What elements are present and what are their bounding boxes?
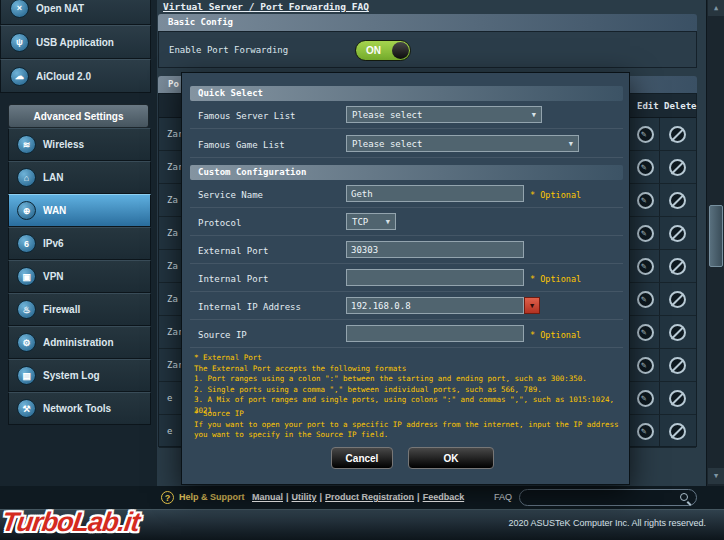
sidebar-item-administration[interactable]: ⚙ Administration xyxy=(8,326,151,359)
famous-game-label: Famous Game List xyxy=(198,140,285,150)
sidebar-item-system-log[interactable]: ▤ System Log xyxy=(8,359,151,392)
service-name-label: Service Name xyxy=(198,190,263,200)
edit-icon[interactable]: ✎ xyxy=(637,126,654,143)
famous-server-label: Famous Server List xyxy=(198,111,296,121)
sidebar-item-label: Wireless xyxy=(43,139,84,150)
edit-column-header: Edit xyxy=(637,101,659,111)
edit-icon[interactable]: ✎ xyxy=(637,225,654,242)
delete-icon[interactable] xyxy=(669,225,686,242)
basic-config-header: Basic Config xyxy=(158,14,697,31)
faq-search-input[interactable] xyxy=(519,489,697,506)
delete-icon[interactable] xyxy=(669,126,686,143)
delete-icon[interactable] xyxy=(669,324,686,341)
row-service-name: Za xyxy=(167,228,178,238)
external-port-label: External Port xyxy=(198,246,268,256)
edit-icon[interactable]: ✎ xyxy=(637,390,654,407)
row-service-name: e xyxy=(167,393,172,403)
help-text: If you want to open your port to a speci… xyxy=(194,420,624,441)
edit-icon[interactable]: ✎ xyxy=(637,159,654,176)
help-line: 2. Single ports using a comma "," betwee… xyxy=(194,385,624,396)
sidebar-item-ipv6[interactable]: 6 IPv6 xyxy=(8,227,151,260)
chevron-down-icon: ▼ xyxy=(386,218,390,226)
administration-icon: ⚙ xyxy=(17,333,36,352)
internal-ip-row: Internal IP Address ▼ xyxy=(190,292,623,320)
edit-icon[interactable]: ✎ xyxy=(637,324,654,341)
feedback-link[interactable]: Feedback xyxy=(423,492,465,502)
edit-icon[interactable]: ✎ xyxy=(637,291,654,308)
edit-icon[interactable]: ✎ xyxy=(637,357,654,374)
edit-icon[interactable]: ✎ xyxy=(637,258,654,275)
sidebar-item-label: Administration xyxy=(43,337,114,348)
search-icon xyxy=(680,493,688,501)
sidebar-item-label: System Log xyxy=(43,370,100,381)
delete-icon[interactable] xyxy=(669,258,686,275)
link-separator: | xyxy=(317,492,326,502)
port-forwarding-faq-link[interactable]: Virtual Server / Port Forwarding FAQ xyxy=(163,1,369,12)
ipv6-icon: 6 xyxy=(17,234,36,253)
network-tools-icon: ⚒ xyxy=(17,399,36,418)
sidebar-item-label: LAN xyxy=(43,172,64,183)
row-service-name: Za xyxy=(167,294,178,304)
sidebar-item-vpn[interactable]: ▣ VPN xyxy=(8,260,151,293)
internal-port-input[interactable] xyxy=(346,269,524,286)
sidebar-item-label: USB Application xyxy=(36,37,114,48)
scroll-down-button[interactable]: ▼ xyxy=(708,468,724,484)
help-title: * Source IP xyxy=(194,409,624,420)
sidebar-item-lan[interactable]: ⌂ LAN xyxy=(8,161,151,194)
usb-icon: ψ xyxy=(10,33,29,52)
source-ip-input[interactable] xyxy=(346,325,524,342)
delete-icon[interactable] xyxy=(669,159,686,176)
client-list-dropdown-button[interactable]: ▼ xyxy=(524,297,540,314)
sidebar-item-firewall[interactable]: ♨ Firewall xyxy=(8,293,151,326)
protocol-row: Protocol TCP ▼ xyxy=(190,208,623,236)
sidebar-item-network-tools[interactable]: ⚒ Network Tools xyxy=(8,392,151,425)
delete-icon[interactable] xyxy=(669,192,686,209)
product-registration-link[interactable]: Product Registration xyxy=(325,492,414,502)
delete-icon[interactable] xyxy=(669,423,686,440)
advanced-settings-header: Advanced Settings xyxy=(8,104,149,128)
internal-ip-input[interactable] xyxy=(346,297,524,314)
wireless-icon: ≋ xyxy=(17,135,36,154)
scroll-up-icon: ▲ xyxy=(714,4,718,12)
sidebar-item-wireless[interactable]: ≋ Wireless xyxy=(8,128,151,161)
scroll-up-button[interactable]: ▲ xyxy=(708,0,724,16)
manual-link[interactable]: Manual xyxy=(252,492,283,502)
quick-select-header: Quick Select xyxy=(190,86,623,101)
ok-button[interactable]: OK xyxy=(408,447,494,469)
internal-ip-label: Internal IP Address xyxy=(198,302,301,312)
delete-icon[interactable] xyxy=(669,357,686,374)
famous-server-row: Famous Server List Please select ▼ xyxy=(190,101,623,129)
famous-server-select[interactable]: Please select ▼ xyxy=(346,106,542,123)
service-name-input[interactable] xyxy=(346,185,524,202)
external-port-input[interactable] xyxy=(346,241,524,258)
external-port-help: * External Port The External Port accept… xyxy=(194,353,624,416)
protocol-select[interactable]: TCP ▼ xyxy=(346,213,396,230)
sidebar-item-label: Network Tools xyxy=(43,403,111,414)
sidebar-item-usb-application[interactable]: ψ USB Application xyxy=(0,25,151,59)
enable-port-forwarding-row: Enable Port Forwarding ON xyxy=(158,31,697,68)
source-ip-row: Source IP * Optional xyxy=(190,320,623,348)
edit-icon[interactable]: ✎ xyxy=(637,423,654,440)
delete-icon[interactable] xyxy=(669,390,686,407)
source-ip-help: * Source IP If you want to open your por… xyxy=(194,409,624,441)
famous-server-value: Please select xyxy=(352,110,422,120)
delete-column-header: Delete xyxy=(664,101,697,111)
help-support-link[interactable]: Help & Support xyxy=(179,492,245,502)
utility-link[interactable]: Utility xyxy=(292,492,317,502)
famous-game-select[interactable]: Please select ▼ xyxy=(346,135,579,152)
delete-icon[interactable] xyxy=(669,291,686,308)
enable-port-forwarding-toggle[interactable]: ON xyxy=(355,40,411,61)
wan-icon: ⊕ xyxy=(17,201,36,220)
link-separator: | xyxy=(414,492,423,502)
toggle-on-label: ON xyxy=(366,45,381,56)
edit-icon[interactable]: ✎ xyxy=(637,192,654,209)
row-service-name: Za xyxy=(167,195,178,205)
sidebar-item-aicloud[interactable]: ☁ AiCloud 2.0 xyxy=(0,59,151,93)
scrollbar-thumb[interactable] xyxy=(709,205,723,267)
sidebar-item-open-nat[interactable]: × Open NAT xyxy=(0,0,151,25)
cancel-button[interactable]: Cancel xyxy=(331,447,393,469)
sidebar-item-wan[interactable]: ⊕ WAN xyxy=(8,194,151,227)
help-icon: ? xyxy=(161,491,174,504)
help-intro: The External Port accepts the following … xyxy=(194,364,624,375)
source-ip-label: Source IP xyxy=(198,330,247,340)
